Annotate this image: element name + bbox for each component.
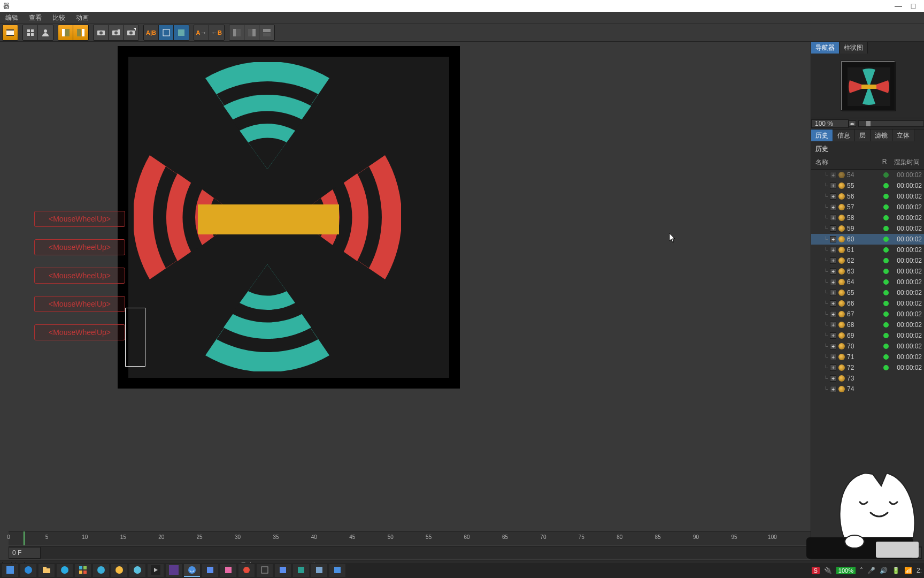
- speaker-icon[interactable]: 🔊: [880, 567, 888, 574]
- history-row[interactable]: └ + 68 00:00:02: [811, 320, 924, 330]
- expand-icon[interactable]: +: [830, 386, 836, 392]
- expand-icon[interactable]: +: [830, 290, 836, 296]
- grid-move-icon[interactable]: [23, 25, 38, 40]
- timeline[interactable]: 0510152025303540455055606570758085909510…: [9, 531, 811, 545]
- history-row[interactable]: └ + 60 00:00:02: [811, 234, 924, 245]
- camera-icon[interactable]: [94, 25, 109, 40]
- history-row[interactable]: └ + 70 00:00:02: [811, 341, 924, 352]
- history-row[interactable]: └ + 72 00:00:02: [811, 362, 924, 373]
- taskbar-app-5[interactable]: [75, 564, 91, 577]
- expand-icon[interactable]: +: [830, 375, 836, 382]
- taskbar-app-16[interactable]: [275, 564, 291, 577]
- battery-pct[interactable]: 100%: [836, 567, 856, 574]
- expand-icon[interactable]: +: [830, 354, 836, 360]
- taskbar-app-19[interactable]: [329, 564, 345, 577]
- history-row[interactable]: └ + 71 00:00:02: [811, 352, 924, 362]
- expand-icon[interactable]: +: [830, 311, 836, 317]
- history-row[interactable]: └ + 64 00:00:02: [811, 277, 924, 287]
- ime-indicator[interactable]: S: [812, 567, 820, 574]
- frame-end-extra[interactable]: 12: [906, 547, 922, 559]
- taskbar-app-c4d[interactable]: [184, 564, 200, 577]
- taskbar-app-9[interactable]: [148, 564, 164, 577]
- history-row[interactable]: └ + 57 00:00:02: [811, 202, 924, 212]
- taskbar-app-15[interactable]: [257, 564, 273, 577]
- tab-info[interactable]: 信息: [833, 130, 855, 141]
- zoom-slider[interactable]: [858, 120, 924, 127]
- taskbar-app-record[interactable]: [238, 564, 255, 577]
- expand-icon[interactable]: +: [830, 257, 836, 264]
- camera-plus-icon[interactable]: +: [124, 25, 138, 40]
- taskbar-app-18[interactable]: [311, 564, 327, 577]
- history-row[interactable]: └ + 63 00:00:02: [811, 266, 924, 277]
- expand-icon[interactable]: +: [830, 172, 836, 178]
- history-row[interactable]: └ + 69 00:00:02: [811, 330, 924, 341]
- expand-icon[interactable]: +: [830, 332, 836, 339]
- menu-edit[interactable]: 编辑: [0, 13, 24, 22]
- tab-histogram[interactable]: 柱状图: [840, 42, 868, 54]
- menu-animation[interactable]: 动画: [71, 13, 94, 22]
- taskbar-explorer[interactable]: [38, 564, 55, 577]
- frame-end-input[interactable]: 120 F: [874, 547, 906, 559]
- channel-box1-icon[interactable]: [159, 25, 174, 40]
- split-both-icon[interactable]: [259, 25, 274, 40]
- tab-filters[interactable]: 滤镜: [871, 130, 892, 141]
- taskbar-app-12[interactable]: [202, 564, 218, 577]
- tab-layers[interactable]: 层: [855, 130, 871, 141]
- battery-icon[interactable]: 🔋: [892, 567, 900, 574]
- split-left-icon[interactable]: [229, 25, 244, 40]
- history-row[interactable]: └ + 74: [811, 384, 924, 394]
- taskbar-app-4[interactable]: [57, 564, 73, 577]
- history-row[interactable]: └ + 58 00:00:02: [811, 212, 924, 223]
- navigator-thumbnail[interactable]: [841, 61, 895, 110]
- chevron-up-icon[interactable]: ˄: [860, 567, 863, 574]
- history-row[interactable]: └ + 61 00:00:02: [811, 245, 924, 255]
- zoom-spin[interactable]: ◂▸: [849, 120, 856, 127]
- layout-right-icon[interactable]: [73, 25, 88, 40]
- compare-b-button[interactable]: ←B: [209, 25, 224, 40]
- taskbar-app-13[interactable]: [220, 564, 236, 577]
- wifi-icon[interactable]: 📶: [904, 567, 912, 574]
- expand-icon[interactable]: +: [830, 279, 836, 285]
- expand-icon[interactable]: +: [830, 364, 836, 371]
- taskbar-app-7[interactable]: [111, 564, 127, 577]
- menu-compare[interactable]: 比较: [47, 13, 71, 22]
- expand-icon[interactable]: +: [830, 268, 836, 275]
- clock[interactable]: 2:: [917, 567, 922, 574]
- taskbar-app-17[interactable]: [293, 564, 309, 577]
- history-row[interactable]: └ + 56 00:00:02: [811, 191, 924, 202]
- expand-icon[interactable]: +: [830, 215, 836, 221]
- history-list[interactable]: └ + 54 00:00:02└ + 55 00:00:02└ + 56 00:…: [811, 170, 924, 578]
- history-row[interactable]: └ + 62 00:00:02: [811, 255, 924, 266]
- minimize-button[interactable]: —: [891, 2, 906, 10]
- tab-stereo[interactable]: 立体: [892, 130, 914, 141]
- expand-icon[interactable]: +: [830, 182, 836, 189]
- history-row[interactable]: └ + 65 00:00:02: [811, 287, 924, 298]
- compare-a-button[interactable]: A→: [194, 25, 209, 40]
- maximize-button[interactable]: □: [906, 2, 921, 10]
- expand-icon[interactable]: +: [830, 343, 836, 349]
- expand-icon[interactable]: +: [830, 247, 836, 253]
- tab-history[interactable]: 历史: [811, 130, 833, 141]
- film-icon[interactable]: [3, 25, 18, 40]
- expand-icon[interactable]: +: [830, 300, 836, 307]
- layout-left-icon[interactable]: [58, 25, 73, 40]
- ab-split-icon[interactable]: A|B: [144, 25, 159, 40]
- split-right-icon[interactable]: [244, 25, 259, 40]
- menu-view[interactable]: 查看: [24, 13, 47, 22]
- history-row[interactable]: └ + 55 00:00:02: [811, 180, 924, 191]
- expand-icon[interactable]: +: [830, 225, 836, 232]
- snapshot-icon[interactable]: [109, 25, 124, 40]
- expand-icon[interactable]: +: [830, 204, 836, 210]
- taskbar-app-1[interactable]: [2, 564, 18, 577]
- taskbar-edge[interactable]: [20, 564, 36, 577]
- usb-icon[interactable]: 🔌: [824, 567, 832, 574]
- history-row[interactable]: └ + 54 00:00:02: [811, 170, 924, 180]
- taskbar-app-8[interactable]: [129, 564, 145, 577]
- channel-box2-icon[interactable]: [174, 25, 189, 40]
- expand-icon[interactable]: +: [830, 322, 836, 328]
- zoom-value-input[interactable]: 100 %: [811, 119, 849, 128]
- history-row[interactable]: └ + 66 00:00:02: [811, 298, 924, 309]
- history-row[interactable]: └ + 67 00:00:02: [811, 309, 924, 320]
- tab-navigator[interactable]: 导航器: [811, 42, 840, 54]
- microphone-icon[interactable]: 🎤: [867, 567, 875, 574]
